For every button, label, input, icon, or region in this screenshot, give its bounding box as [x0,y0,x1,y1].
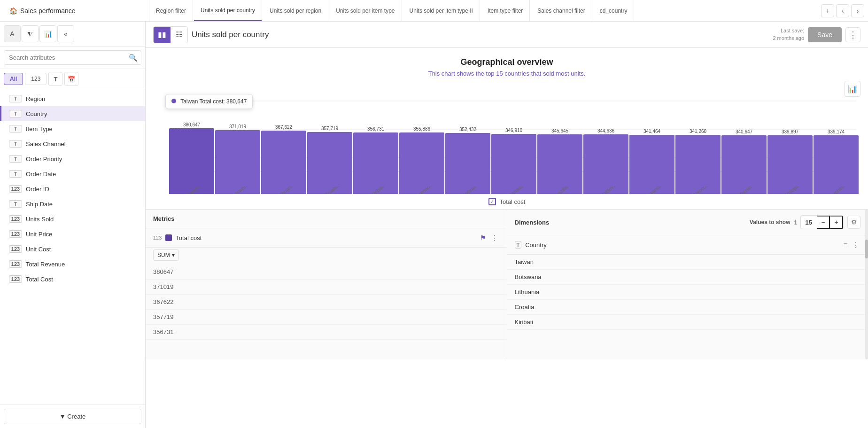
table-row: 380647 [146,265,507,280]
sidebar-item-unit-price[interactable]: 123 Unit Price [0,226,145,241]
metric-more-button[interactable]: ⋮ [490,233,499,242]
create-button[interactable]: ▼ Create [4,409,141,424]
text-filter-tool[interactable]: A [4,25,21,42]
bar-seychelles[interactable] [814,135,859,194]
sidebar-item-order-priority[interactable]: T Order Priority [0,151,145,166]
sidebar-item-order-date[interactable]: T Order Date [0,166,145,181]
bar-bahrain[interactable] [445,133,490,194]
tab-units-per-item-type-ii[interactable]: Units sold per item type II [403,0,480,21]
decrement-button[interactable]: − [817,216,830,229]
item-label: Units Sold [26,216,54,223]
values-count-input: 15 − + [800,215,844,229]
scrollbar[interactable] [865,210,868,359]
dimension-more-button[interactable]: ⋮ [851,240,860,249]
filter-all-button[interactable]: All [4,73,23,85]
bar-rwanda[interactable] [629,135,674,194]
filter-text-button[interactable]: T [48,72,62,86]
more-options-button[interactable]: ⋮ [845,27,860,42]
sidebar-item-item-type[interactable]: T Item Type [0,121,145,136]
sidebar-item-order-id[interactable]: 123 Order ID [0,181,145,196]
table-row: Kiribati [507,315,868,330]
sidebar-item-total-revenue[interactable]: 123 Total Revenue [0,257,145,272]
type-icon: 123 [9,260,22,268]
bar-kiribati[interactable] [353,132,398,194]
dimension-sort-icon[interactable]: ≡ [844,241,847,249]
dimension-type-icon: T [515,241,522,249]
type-icon: 123 [9,275,22,283]
prev-tab-button[interactable]: ‹ [836,4,849,17]
type-icon: T [9,110,22,117]
values-show-label: Values to show [750,219,790,226]
filter-tool[interactable]: ⧨ [22,25,39,42]
item-label: Unit Cost [26,246,51,253]
tab-units-per-region[interactable]: Units sold per region [263,0,328,21]
bar-ethiopia[interactable] [767,135,813,194]
type-icon: 123 [9,215,22,223]
table-row: Croatia [507,300,868,315]
legend-label: Total cost [500,198,526,205]
sidebar-item-country[interactable]: T Country [0,106,145,121]
chart-tool[interactable]: 📊 [39,25,56,42]
sidebar-item-total-cost[interactable]: 123 Total Cost [0,272,145,287]
sidebar-item-unit-cost[interactable]: 123 Unit Cost [0,241,145,257]
type-icon: 123 [9,245,22,253]
sidebar-item-sales-channel[interactable]: T Sales Channel [0,136,145,151]
type-icon: T [9,140,22,148]
bar-botswana[interactable] [215,130,260,194]
aggregation-dropdown[interactable]: SUM ▾ [153,249,179,261]
filter-num-button[interactable]: 123 [25,73,46,85]
metrics-panel: Metrics 123 Total cost ⚑ ⋮ SUM ▾ [146,210,507,359]
tab-units-per-item-type[interactable]: Units sold per item type [329,0,402,21]
bar-grenada[interactable] [399,132,444,194]
metric-color-dot [165,234,172,241]
metric-name: Total cost [176,234,476,241]
tab-item-type-filter[interactable]: Item type filter [481,0,530,21]
type-icon: 123 [9,230,22,238]
item-label: Ship Date [26,201,53,208]
bar-moldova[interactable] [583,134,628,194]
bar-chart-view-button[interactable]: ▮▮ [154,27,170,43]
bar-swaziland[interactable] [537,134,582,194]
sidebar-item-units-sold[interactable]: 123 Units Sold [0,211,145,226]
type-icon: T [9,125,22,132]
info-icon[interactable]: ℹ [794,219,797,226]
bar-taiwan[interactable] [169,128,214,194]
sidebar-item-ship-date[interactable]: T Ship Date [0,196,145,211]
item-label: Sales Channel [26,140,66,148]
metric-num-badge: 123 [153,235,162,241]
increment-button[interactable]: + [830,216,843,229]
metric-filter-icon[interactable]: ⚑ [480,234,486,241]
chart-heading: Geographical overview [155,57,859,67]
settings-button[interactable]: ⚙ [847,216,860,229]
table-row: 367622 [146,295,507,310]
tab-units-per-country[interactable]: Units sold per country [194,0,262,21]
bar-croatia[interactable] [307,132,352,194]
filter-date-button[interactable]: 📅 [64,72,78,86]
table-view-button[interactable]: ☷ [170,27,187,43]
add-tab-button[interactable]: + [821,4,834,17]
collapse-tool[interactable]: « [57,25,74,42]
bar-morocco[interactable] [675,135,721,194]
bar-canada[interactable] [491,134,536,194]
save-button[interactable]: Save [808,27,842,42]
tab-sales-channel-filter[interactable]: Sales channel filter [531,0,592,21]
bar-lithuania[interactable] [261,131,306,194]
chart-subheading: This chart shows the top 15 countries th… [155,70,859,77]
table-row: Lithuania [507,285,868,300]
metrics-header: Metrics [153,215,175,222]
search-input[interactable] [4,50,141,65]
dimension-row: T Country ≡ ⋮ [507,235,868,255]
tab-cd-country[interactable]: cd_country [593,0,635,21]
search-icon[interactable]: 🔍 [129,54,138,62]
tab-region-filter[interactable]: Region filter [149,0,193,21]
next-tab-button[interactable]: › [851,4,864,17]
item-label: Order Priority [26,156,62,163]
item-label: Unit Price [26,231,52,238]
bar-benin[interactable] [721,135,767,194]
type-icon: T [9,95,22,102]
sidebar-item-region[interactable]: T Region [0,91,145,106]
scrollbar-thumb[interactable] [865,240,868,258]
dimensions-header: Dimensions [515,219,550,226]
legend-checkbox[interactable] [488,198,496,205]
item-label: Item Type [26,125,53,132]
